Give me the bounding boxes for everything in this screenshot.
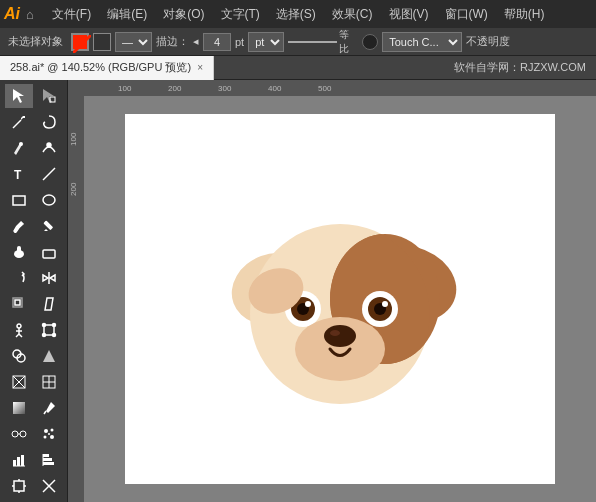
tool-row-12 xyxy=(2,370,65,394)
tool-row-5 xyxy=(2,188,65,212)
eraser-tool[interactable] xyxy=(35,240,63,264)
shear-tool[interactable] xyxy=(35,292,63,316)
svg-point-42 xyxy=(44,429,48,433)
document-tab[interactable]: 258.ai* @ 140.52% (RGB/GPU 预览) × xyxy=(0,56,214,80)
gradient-tool[interactable] xyxy=(5,396,33,420)
title-bar: Ai ⌂ 文件(F) 编辑(E) 对象(O) 文字(T) 选择(S) 效果(C)… xyxy=(0,0,596,28)
home-icon[interactable]: ⌂ xyxy=(26,7,34,22)
menu-effect[interactable]: 效果(C) xyxy=(324,4,381,25)
svg-point-87 xyxy=(382,301,388,307)
select-tool[interactable] xyxy=(5,84,33,108)
canvas-area: 100 200 300 400 500 100 200 xyxy=(68,80,596,502)
ellipse-tool[interactable] xyxy=(35,188,63,212)
menu-edit[interactable]: 编辑(E) xyxy=(99,4,155,25)
svg-marker-12 xyxy=(44,229,48,231)
toolbar: 未选择对象 — 描边： ◂ pt pt 等比 Touch C... 不透明度 xyxy=(0,28,596,56)
tool-row-1 xyxy=(2,84,65,108)
svg-point-26 xyxy=(52,324,55,327)
menu-object[interactable]: 对象(O) xyxy=(155,4,212,25)
eyedropper-tool[interactable] xyxy=(35,396,63,420)
lasso-tool[interactable] xyxy=(35,110,63,134)
mesh-tool[interactable] xyxy=(35,370,63,394)
menu-help[interactable]: 帮助(H) xyxy=(496,4,553,25)
svg-text:300: 300 xyxy=(218,84,232,93)
blob-brush-tool[interactable] xyxy=(5,240,33,264)
pen-tool[interactable] xyxy=(5,136,33,160)
tab-close-btn[interactable]: × xyxy=(197,62,203,73)
svg-point-39 xyxy=(12,431,18,437)
symbol-spray-tool[interactable] xyxy=(35,422,63,446)
menu-file[interactable]: 文件(F) xyxy=(44,4,99,25)
svg-text:100: 100 xyxy=(69,132,78,146)
pencil-tool[interactable] xyxy=(35,214,63,238)
shape-builder-tool[interactable] xyxy=(5,344,33,368)
slice-tool[interactable] xyxy=(35,474,63,498)
svg-rect-11 xyxy=(43,220,53,230)
column-graph-tool[interactable] xyxy=(5,448,33,472)
artboard-tool[interactable] xyxy=(5,474,33,498)
svg-point-40 xyxy=(20,431,26,437)
svg-rect-51 xyxy=(43,454,49,457)
stroke-width-input[interactable] xyxy=(203,33,231,51)
menu-view[interactable]: 视图(V) xyxy=(381,4,437,25)
curvature-tool[interactable] xyxy=(35,136,63,160)
svg-marker-2 xyxy=(43,89,54,103)
menu-type[interactable]: 文字(T) xyxy=(213,4,268,25)
live-paint-tool[interactable] xyxy=(35,344,63,368)
tool-row-4: T xyxy=(2,162,65,186)
rect-tool[interactable] xyxy=(5,188,33,212)
horizontal-ruler: 100 200 300 400 500 xyxy=(68,80,596,96)
stroke-indicator xyxy=(73,35,91,53)
rotate-tool[interactable] xyxy=(5,266,33,290)
ruler-ticks-h: 100 200 300 400 500 xyxy=(68,80,596,96)
svg-text:100: 100 xyxy=(118,84,132,93)
svg-point-27 xyxy=(42,334,45,337)
svg-point-89 xyxy=(324,325,356,347)
svg-point-25 xyxy=(42,324,45,327)
free-transform-tool[interactable] xyxy=(35,318,63,342)
vertical-ruler: 100 200 xyxy=(68,96,84,502)
stroke-color-btn[interactable] xyxy=(93,33,111,51)
brush-tool[interactable] xyxy=(5,214,33,238)
menu-select[interactable]: 选择(S) xyxy=(268,4,324,25)
magic-wand-tool[interactable] xyxy=(5,110,33,134)
perspective-tool[interactable] xyxy=(5,370,33,394)
stroke-unit-dropdown[interactable]: pt xyxy=(248,32,284,52)
tool-row-14 xyxy=(2,422,65,446)
touch-dropdown[interactable]: Touch C... xyxy=(382,32,462,52)
menu-bar: 文件(F) 编辑(E) 对象(O) 文字(T) 选择(S) 效果(C) 视图(V… xyxy=(44,4,553,25)
blend-tool[interactable] xyxy=(5,422,33,446)
stroke-arrow-left[interactable]: ◂ xyxy=(193,35,199,48)
svg-line-4 xyxy=(13,120,21,128)
reflect-tool[interactable] xyxy=(35,266,63,290)
svg-point-90 xyxy=(330,330,340,336)
fill-color-btn[interactable] xyxy=(71,33,89,51)
equal-ratio-label: 等比 xyxy=(339,28,358,56)
line-tool[interactable] xyxy=(35,162,63,186)
scale-tool[interactable] xyxy=(5,292,33,316)
tool-row-7 xyxy=(2,240,65,264)
tool-row-13 xyxy=(2,396,65,420)
type-tool[interactable]: T xyxy=(5,162,33,186)
canvas-viewport xyxy=(84,96,596,502)
stroke-dropdown[interactable]: — xyxy=(115,32,152,52)
ruler-ticks-v: 100 200 xyxy=(68,96,84,502)
svg-point-6 xyxy=(47,143,51,147)
main-area: T xyxy=(0,80,596,502)
svg-point-10 xyxy=(43,195,55,205)
menu-window[interactable]: 窗口(W) xyxy=(437,4,496,25)
app-logo: Ai xyxy=(4,5,20,23)
touch-circle xyxy=(362,34,378,50)
svg-line-38 xyxy=(44,411,46,414)
tool-row-10 xyxy=(2,318,65,342)
svg-marker-1 xyxy=(13,89,24,103)
opacity-label: 不透明度 xyxy=(466,34,510,49)
bar-graph-tool[interactable] xyxy=(35,448,63,472)
direct-select-tool[interactable] xyxy=(35,84,63,108)
tool-row-9 xyxy=(2,292,65,316)
svg-point-83 xyxy=(305,301,311,307)
svg-rect-55 xyxy=(14,481,24,491)
stroke-preview xyxy=(288,41,337,43)
svg-rect-71 xyxy=(68,96,84,502)
puppet-warp-tool[interactable] xyxy=(5,318,33,342)
